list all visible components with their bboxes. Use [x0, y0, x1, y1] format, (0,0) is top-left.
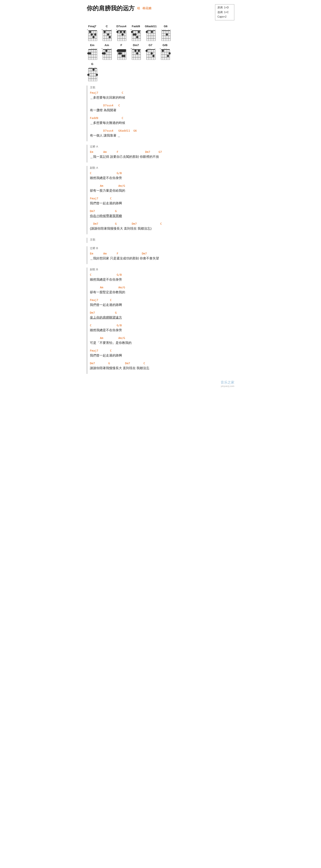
chord-g-grid: ○ ○ ○ — [87, 66, 98, 81]
chord-fadd9-c: Fadd9 C — [90, 116, 234, 120]
svg-point-65 — [136, 36, 138, 38]
svg-text:○: ○ — [153, 29, 154, 31]
svg-point-198 — [167, 55, 169, 57]
stanza-ca-5: Dm7 G Dm7 C (謝謝你陪著我慢慢長大 直到現在 我都沒忘) — [90, 222, 234, 231]
lyric-cb-7: 我們曾一起走過的路啊 — [90, 353, 234, 358]
stanza-cb-6: Am Am/G 可是「不要害怕」是你教我的 — [90, 336, 234, 346]
section-bar-ca — [87, 166, 87, 234]
svg-point-114 — [89, 52, 91, 55]
svg-point-181 — [151, 52, 153, 55]
section-bar-cb — [87, 268, 87, 374]
chord-g6: G6 ○ ○ ○ ○ ○ — [160, 25, 171, 41]
chord-fadd9-grid: × — [130, 29, 141, 41]
chord-g6add11-grid: ○ ○ ○ ○ — [145, 29, 156, 41]
svg-point-182 — [152, 55, 154, 57]
chord-d7sus4-g6add11-g6: D7sus4 G6add11 G6 — [90, 129, 234, 133]
section-bridge-b: 过桥 B Em Am F Dm7 ＿我好想回家 只是還沒成功的那刻 你會不會失望 — [87, 246, 234, 264]
section-content-bridge-b: 过桥 B Em Am F Dm7 ＿我好想回家 只是還沒成功的那刻 你會不會失望 — [90, 246, 234, 264]
original-key: 原调: 1=D — [217, 5, 232, 10]
section-verse1: 主歌 Fmaj7 C ＿多想要每次回家的時候 D7sus4 C 有一盞燈 為我開… — [87, 86, 234, 141]
svg-text:○: ○ — [164, 48, 165, 50]
section-label-chorus-a: 副歌 A — [90, 166, 234, 170]
svg-text:○: ○ — [155, 29, 156, 31]
used-key: 选调: 1=C — [217, 10, 232, 15]
svg-text:○: ○ — [95, 48, 96, 50]
chord-em: Em ○ ○ ○ ○ — [87, 43, 98, 60]
lyric-v1-2: 有一盞燈 為我開著 — [90, 107, 234, 113]
lyric-v1-3: ＿多想要每次難過的時候 — [90, 120, 234, 126]
svg-text:○: ○ — [106, 29, 107, 31]
svg-text:○: ○ — [107, 48, 108, 50]
chord-d7sus4-grid: × ○ — [116, 29, 127, 41]
chord-fmaj7-c-2: Fmaj7 C — [90, 196, 234, 200]
svg-text:○: ○ — [95, 66, 96, 68]
stanza-ca-2: Am Am/G 卻有一股力量是你給我的 — [90, 184, 234, 193]
lyric-ca-2: 卻有一股力量是你給我的 — [90, 188, 234, 193]
section-bar-v2 — [87, 238, 87, 243]
lyric-cb-5: 雖然我總是不在你身旁 — [90, 327, 234, 333]
svg-point-180 — [145, 50, 148, 52]
svg-text:○: ○ — [96, 48, 97, 50]
chord-diagrams-section: Fmaj7 — [87, 25, 234, 81]
chord-em-am-f-dm7-2: Em Am F Dm7 — [90, 251, 234, 256]
chord-dm7-g-dm7-c-2: Dm7 G Dm7 C — [90, 361, 234, 366]
chord-gb-grid: × ○ ○ — [159, 48, 171, 60]
section-chorus-a: 副歌 A C G/B 雖然我總是不在你身旁 Am Am/G 卻有一股力量是你給我… — [87, 166, 234, 234]
lyric-v1-4: 有一個人 讓我靠著 ＿ — [90, 133, 234, 138]
chord-g6add11: G6add11 ○ ○ ○ ○ — [145, 25, 157, 41]
lyric-ca-1: 雖然我總是不在你身旁 — [90, 175, 234, 181]
svg-point-79 — [146, 31, 148, 33]
chord-row-2: Em ○ ○ ○ ○ — [87, 43, 234, 60]
svg-text:○: ○ — [148, 48, 149, 50]
svg-point-217 — [96, 74, 98, 76]
svg-text:×: × — [101, 29, 103, 31]
singer-name: 棉花糖 — [143, 6, 151, 10]
section-label-verse2: 主歌 — [90, 238, 234, 242]
svg-text:○: ○ — [90, 66, 91, 68]
svg-point-131 — [104, 52, 106, 55]
svg-point-199 — [169, 52, 171, 55]
svg-point-14 — [94, 33, 96, 36]
svg-point-62 — [131, 31, 133, 33]
stanza-ca-3: Fmaj7 C 我們曾一起走過的路啊 — [90, 196, 234, 206]
song-body: 主歌 Fmaj7 C ＿多想要每次回家的時候 D7sus4 C 有一盞燈 為我開… — [87, 86, 234, 374]
svg-text:×: × — [131, 29, 132, 31]
svg-point-47 — [121, 33, 124, 36]
section-content-chorus-a: 副歌 A C G/B 雖然我總是不在你身旁 Am Am/G 卻有一股力量是你給我… — [90, 166, 234, 234]
chord-row-3: G ○ ○ ○ — [87, 62, 234, 81]
svg-text:×: × — [132, 48, 133, 50]
chord-c: C ○ ○ ○ — [101, 25, 112, 41]
chord-am: Am × ○ ○ — [101, 43, 112, 60]
svg-point-45 — [116, 31, 118, 33]
key-info-box: 原调: 1=D 选调: 1=C Capo=2 — [215, 4, 234, 20]
chord-am-grid: × ○ ○ — [101, 48, 112, 60]
stanza-cb-2: Am Am/G 卻有一股堅定是你教我的 — [90, 285, 234, 295]
section-content-chorus-b: 副歌 B C G/B 雖然我總是不在你身旁 Am Am/G 卻有一股堅定是你教我… — [90, 268, 234, 374]
stanza-verse1-2: D7sus4 C 有一盞燈 為我開著 — [90, 103, 234, 113]
chord-dm7-g-2: Dm7 G — [90, 311, 234, 315]
section-bar-ba — [87, 145, 87, 162]
lyric-cb-8: 謝謝你陪著我慢慢長大 直到現在 我都沒忘 — [90, 365, 234, 371]
chord-fmaj7: Fmaj7 — [87, 25, 98, 41]
chord-fadd9: Fadd9 × — [130, 25, 141, 41]
stanza-cb-5: C G/B 雖然我總是不在你身旁 — [90, 323, 234, 333]
svg-text:○: ○ — [168, 29, 169, 31]
chord-d7sus4-c: D7sus4 C — [90, 103, 234, 107]
chord-dm7-g: Dm7 G — [90, 209, 234, 213]
section-chorus-b: 副歌 B C G/B 雖然我總是不在你身旁 Am Am/G 卻有一股堅定是你教我… — [87, 268, 234, 374]
svg-text:○: ○ — [118, 29, 120, 31]
stanza-verse1-1: Fmaj7 C ＿多想要每次回家的時候 — [90, 91, 234, 100]
svg-point-164 — [136, 52, 138, 55]
stanza-cb-1: C G/B 雖然我總是不在你身旁 — [90, 273, 234, 282]
chord-fmaj7-c-4: Fmaj7 C — [90, 348, 234, 353]
section-content-bridge-a: 过桥 A Em Am F Dm7 G7 ＿我一直記得 說要自己去闖的那刻 你眼裡… — [90, 145, 234, 162]
lyric-ba-1: ＿我一直記得 說要自己去闖的那刻 你眼裡的不捨 — [90, 154, 234, 159]
chord-fmaj7-c: Fmaj7 C — [90, 91, 234, 95]
section-label-bridge-a: 过桥 A — [90, 145, 234, 149]
svg-point-149 — [120, 52, 122, 55]
lyric-bb-1: ＿我好想回家 只是還沒成功的那刻 你會不會失望 — [90, 255, 234, 261]
chord-f: F — [116, 43, 127, 60]
chord-am-amg-3: Am Am/G — [90, 336, 234, 340]
svg-text:×: × — [87, 29, 88, 31]
svg-text:×: × — [116, 29, 117, 31]
